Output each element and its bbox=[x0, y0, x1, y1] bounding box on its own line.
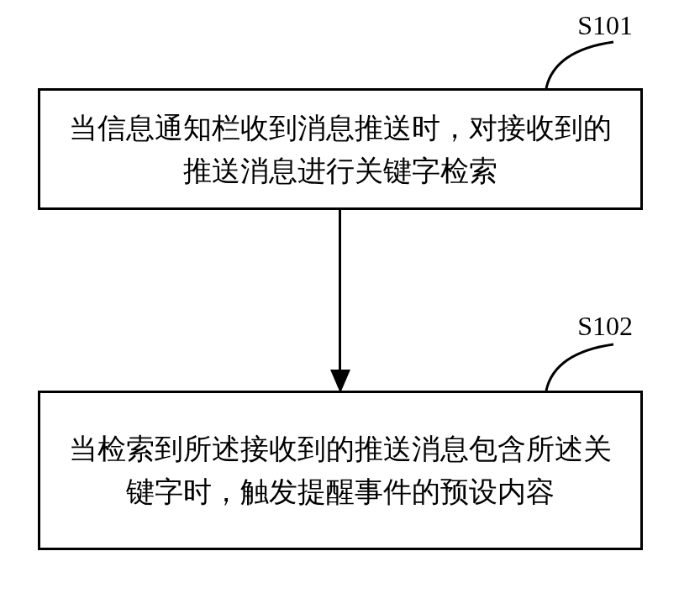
step-box-s102: 当检索到所述接收到的推送消息包含所述关键字时，触发提醒事件的预设内容 bbox=[38, 391, 643, 550]
step-text-s102: 当检索到所述接收到的推送消息包含所述关键字时，触发提醒事件的预设内容 bbox=[66, 428, 615, 513]
step-box-s101: 当信息通知栏收到消息推送时，对接收到的推送消息进行关键字检索 bbox=[38, 88, 643, 210]
step-text-s101: 当信息通知栏收到消息推送时，对接收到的推送消息进行关键字检索 bbox=[66, 107, 615, 192]
arrow-line bbox=[339, 210, 341, 374]
connector-curve-s102 bbox=[538, 336, 639, 391]
connector-curve-s101 bbox=[538, 34, 639, 88]
arrow-head-icon bbox=[330, 370, 350, 393]
flowchart-diagram: S101 当信息通知栏收到消息推送时，对接收到的推送消息进行关键字检索 S102… bbox=[0, 0, 700, 614]
